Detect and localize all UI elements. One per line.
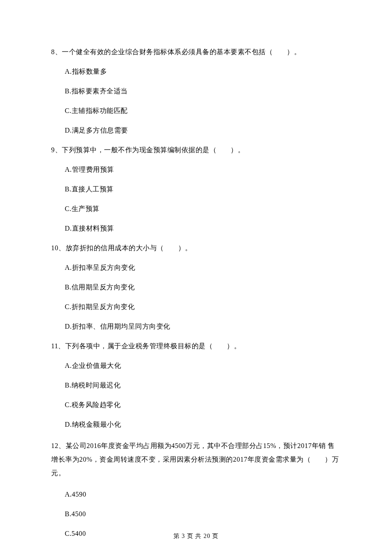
option-c: C.生产预算: [65, 204, 341, 214]
question-10: 10、放弃折扣的信用成本的大小与（ ）。 A.折扣率呈反方向变化 B.信用期呈反…: [51, 243, 341, 332]
page-footer: 第 3 页 共 20 页: [0, 532, 392, 541]
option-a: A.折扣率呈反方向变化: [65, 263, 341, 273]
option-c: C.主辅指标功能匹配: [65, 106, 341, 116]
option-a: A.管理费用预算: [65, 165, 341, 175]
question-11: 11、下列各项中，属于企业税务管理终极目标的是（ ）。 A.企业价值最大化 B.…: [51, 341, 341, 430]
option-a: A.企业价值最大化: [65, 361, 341, 371]
option-b: B.直接人工预算: [65, 184, 341, 194]
option-b: B.指标要素齐全适当: [65, 86, 341, 96]
option-c: C.税务风险趋零化: [65, 400, 341, 410]
option-d: D.直接材料预算: [65, 223, 341, 234]
option-d: D.满足多方信息需要: [65, 125, 341, 136]
option-a: A.指标数量多: [65, 66, 341, 77]
option-d: D.纳税金额最小化: [65, 419, 341, 430]
question-12: 12、某公司2016年度资金平均占用额为4500万元，其中不合理部分占15%，预…: [51, 439, 341, 539]
question-9: 9、下列预算中，一般不作为现金预算编制依据的是（ ）。 A.管理费用预算 B.直…: [51, 145, 341, 234]
option-c: C.折扣期呈反方向变化: [65, 302, 341, 312]
option-b: B.信用期呈反方向变化: [65, 282, 341, 292]
option-b: B.纳税时间最迟化: [65, 380, 341, 390]
option-a: A.4590: [65, 489, 341, 500]
question-8: 8、一个健全有效的企业综合财务指标体系必须具备的基本要素不包括（ ）。 A.指标…: [51, 47, 341, 136]
option-d: D.折扣率、信用期均呈同方向变化: [65, 321, 341, 332]
document-content: 8、一个健全有效的企业综合财务指标体系必须具备的基本要素不包括（ ）。 A.指标…: [51, 47, 341, 539]
question-stem: 11、下列各项中，属于企业税务管理终极目标的是（ ）。: [51, 341, 341, 351]
question-stem: 12、某公司2016年度资金平均占用额为4500万元，其中不合理部分占15%，预…: [51, 439, 341, 480]
question-stem: 8、一个健全有效的企业综合财务指标体系必须具备的基本要素不包括（ ）。: [51, 47, 341, 57]
question-stem: 10、放弃折扣的信用成本的大小与（ ）。: [51, 243, 341, 253]
question-stem: 9、下列预算中，一般不作为现金预算编制依据的是（ ）。: [51, 145, 341, 155]
option-b: B.4500: [65, 509, 341, 519]
